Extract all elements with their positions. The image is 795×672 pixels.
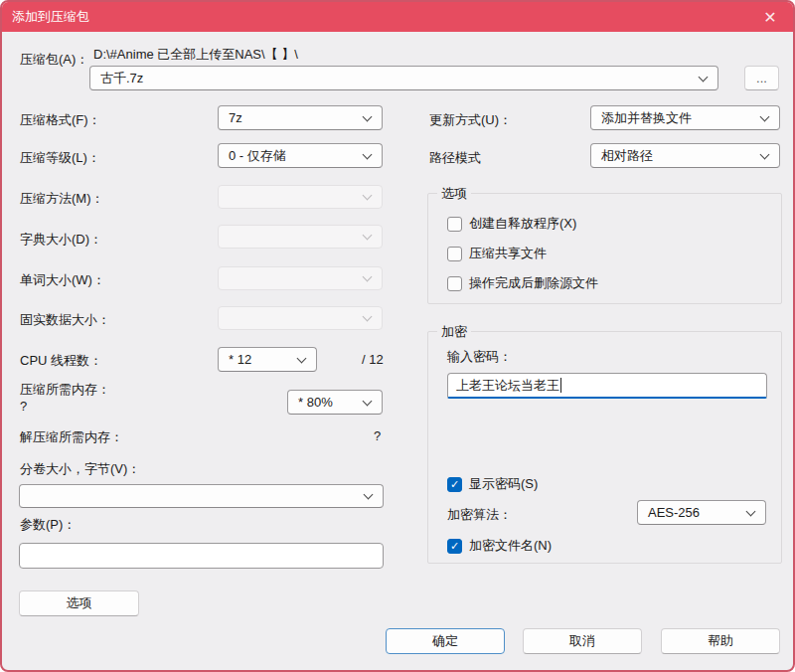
show-password-label: 显示密码(S): [469, 475, 538, 493]
chevron-down-icon: [363, 396, 373, 406]
cancel-button-label: 取消: [569, 632, 595, 650]
encryption-method-combobox[interactable]: AES-256: [637, 500, 766, 525]
cancel-button[interactable]: 取消: [523, 628, 642, 654]
dictionary-label: 字典大小(D)：: [20, 231, 102, 249]
password-label: 输入密码：: [447, 348, 512, 366]
memory-compress-value: * 80%: [298, 395, 333, 410]
ok-button-label: 确定: [432, 632, 458, 650]
memory-compress-combobox[interactable]: * 80%: [287, 390, 383, 415]
chevron-down-icon: [363, 272, 373, 282]
format-label: 压缩格式(F)：: [20, 111, 101, 129]
chevron-down-icon: [364, 490, 374, 500]
chevron-down-icon: [363, 111, 373, 121]
show-password-checkbox-row[interactable]: ✓ 显示密码(S): [447, 475, 538, 493]
compress-shared-label: 压缩共享文件: [469, 245, 547, 262]
help-button[interactable]: 帮助: [661, 628, 780, 654]
close-icon[interactable]: ✕: [753, 2, 787, 32]
chevron-down-icon: [363, 149, 373, 159]
cpu-threads-combobox[interactable]: * 12: [218, 347, 317, 372]
cpu-threads-value: * 12: [229, 352, 251, 367]
ok-button[interactable]: 确定: [386, 628, 505, 654]
chevron-down-icon: [760, 111, 770, 121]
browse-button-label: ...: [756, 71, 767, 85]
show-password-checkbox[interactable]: ✓: [447, 477, 462, 492]
add-to-archive-dialog: 添加到压缩包 ✕ 压缩包(A)： D:\#Anime 已全部上传至NAS\【 】…: [0, 0, 795, 672]
path-mode-label: 路径模式: [429, 149, 481, 167]
parameters-label: 参数(P)：: [20, 516, 76, 534]
options-button[interactable]: 选项: [19, 590, 139, 616]
options-button-label: 选项: [67, 594, 92, 612]
volume-size-combobox[interactable]: [19, 484, 384, 508]
method-label: 压缩方法(M)：: [20, 190, 104, 208]
encryption-method-label: 加密算法：: [447, 506, 512, 524]
delete-after-label: 操作完成后删除源文件: [469, 274, 598, 292]
browse-button[interactable]: ...: [744, 66, 779, 90]
compress-shared-checkbox-row[interactable]: 压缩共享文件: [447, 245, 547, 262]
delete-after-checkbox[interactable]: [447, 276, 462, 291]
chevron-down-icon: [363, 191, 373, 201]
cpu-threads-max: / 12: [362, 352, 384, 367]
create-sfx-label: 创建自释放程序(X): [469, 215, 576, 233]
solid-size-combobox: [218, 306, 383, 330]
update-mode-label: 更新方式(U)：: [429, 111, 512, 129]
chevron-down-icon: [699, 72, 709, 82]
volume-size-label: 分卷大小，字节(V)：: [20, 460, 140, 478]
cpu-threads-label: CPU 线程数：: [20, 352, 102, 370]
memory-decompress-label: 解压缩所需内存：: [20, 428, 123, 446]
memory-decompress-hint: ?: [374, 428, 381, 443]
encrypt-names-checkbox-row[interactable]: ✓ 加密文件名(N): [447, 537, 552, 555]
delete-after-checkbox-row[interactable]: 操作完成后删除源文件: [447, 274, 598, 292]
update-mode-value: 添加并替换文件: [601, 109, 692, 127]
dictionary-combobox: [218, 225, 383, 249]
archive-name-value: 古千.7z: [100, 70, 143, 87]
help-button-label: 帮助: [708, 632, 733, 650]
path-mode-value: 相对路径: [601, 147, 653, 165]
encrypt-names-checkbox[interactable]: ✓: [447, 539, 462, 554]
options-groupbox: 选项 创建自释放程序(X) 压缩共享文件 操作完成后删除源文件: [427, 193, 782, 304]
update-mode-combobox[interactable]: 添加并替换文件: [590, 105, 780, 130]
memory-compress-label: 压缩所需内存：: [20, 381, 110, 399]
text-caret: [560, 378, 561, 393]
encryption-groupbox: 加密 输入密码： 上老王论坛当老王 ✓ 显示密码(S) 加密算法： AES-25…: [427, 331, 782, 564]
path-mode-combobox[interactable]: 相对路径: [590, 143, 780, 168]
encryption-method-value: AES-256: [648, 505, 700, 520]
level-label: 压缩等级(L)：: [20, 149, 100, 167]
format-value: 7z: [229, 110, 242, 125]
chevron-down-icon: [363, 312, 373, 322]
word-size-label: 单词大小(W)：: [20, 271, 105, 289]
encryption-group-title: 加密: [437, 323, 471, 341]
chevron-down-icon: [760, 149, 770, 159]
create-sfx-checkbox-row[interactable]: 创建自释放程序(X): [447, 215, 576, 233]
word-size-combobox: [218, 266, 383, 290]
level-combobox[interactable]: 0 - 仅存储: [218, 143, 383, 168]
options-group-title: 选项: [437, 185, 471, 203]
memory-compress-hint: ?: [20, 399, 27, 414]
chevron-down-icon: [297, 353, 307, 363]
level-value: 0 - 仅存储: [229, 147, 286, 165]
create-sfx-checkbox[interactable]: [447, 217, 462, 232]
method-combobox: [218, 185, 383, 209]
password-value: 上老王论坛当老王: [456, 377, 559, 395]
encrypt-names-label: 加密文件名(N): [469, 537, 552, 555]
chevron-down-icon: [363, 231, 373, 241]
archive-label: 压缩包(A)：: [20, 51, 88, 69]
archive-path: D:\#Anime 已全部上传至NAS\【 】\: [93, 46, 298, 64]
chevron-down-icon: [746, 506, 756, 516]
format-combobox[interactable]: 7z: [218, 105, 383, 130]
dialog-title: 添加到压缩包: [2, 8, 89, 26]
parameters-input[interactable]: [19, 543, 384, 569]
password-input[interactable]: 上老王论坛当老王: [447, 373, 767, 399]
solid-size-label: 固实数据大小：: [20, 311, 110, 329]
archive-name-combobox[interactable]: 古千.7z: [89, 66, 718, 90]
titlebar[interactable]: 添加到压缩包 ✕: [2, 2, 793, 32]
compress-shared-checkbox[interactable]: [447, 247, 462, 261]
